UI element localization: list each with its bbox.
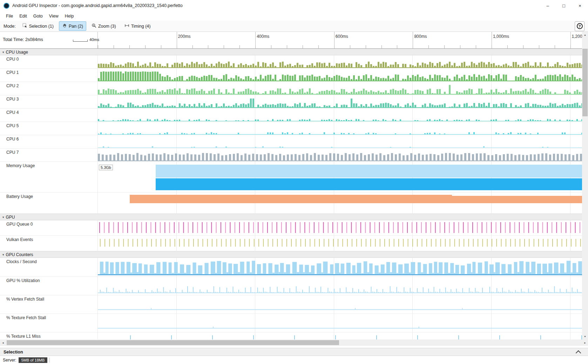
pan-hand-icon (62, 23, 67, 29)
track-chart-vulkan-events[interactable] (98, 236, 582, 251)
track-area-cpu-1[interactable] (98, 69, 582, 82)
track-chart-cpu-6[interactable] (98, 135, 582, 148)
track-row-memory-usage: Memory Usage5.3Gb (0, 162, 582, 193)
track-area-vertex-fetch-stall[interactable] (98, 295, 582, 314)
track-area-cpu-4[interactable] (98, 109, 582, 122)
track-area-texture-fetch-stall[interactable] (98, 314, 582, 332)
track-label: Vulkan Events (0, 236, 98, 251)
track-label: % Texture Fetch Stall (0, 314, 98, 332)
menu-edit[interactable]: Edit (16, 12, 30, 20)
menu-help[interactable]: Help (62, 12, 77, 20)
track-area-cpu-3[interactable] (98, 95, 582, 108)
track-label: Clocks / Second (0, 258, 98, 276)
section-header-cpu-usage[interactable]: ▾CPU Usage (0, 49, 582, 55)
track-chart-texture-fetch-stall[interactable] (98, 314, 582, 332)
collapse-chevron-icon[interactable] (576, 350, 581, 356)
track-area-memory-usage[interactable]: 5.3Gb (98, 162, 582, 192)
scroll-up-icon[interactable]: ▲ (582, 32, 588, 38)
track-area-battery-usage[interactable] (98, 193, 582, 213)
track-chart-gpu-utilization[interactable] (98, 277, 582, 295)
track-chart-cpu-2[interactable] (98, 82, 582, 95)
timing-mode-button[interactable]: Timing (4) (121, 21, 154, 31)
track-chart-battery-usage[interactable] (98, 193, 582, 213)
timing-range-icon (124, 23, 129, 29)
track-area-gpu-utilization[interactable] (98, 277, 582, 295)
maximize-button[interactable]: □ (556, 0, 572, 11)
track-row-vertex-fetch-stall: % Vertex Fetch Stall (0, 295, 582, 314)
ruler-ticks-area[interactable]: 200ms400ms600ms800ms1,000ms1,200ms (98, 32, 582, 48)
horizontal-scrollbar[interactable]: ◄ ► (0, 339, 588, 346)
track-label: GPU % Utilization (0, 277, 98, 295)
track-chart-clocks-second[interactable] (98, 258, 582, 276)
track-row-cpu-3: CPU 3 (0, 95, 582, 109)
track-row-cpu-6: CPU 6 (0, 135, 582, 149)
section-header-gpu[interactable]: ▾GPU (0, 214, 582, 220)
vertical-scrollbar-thumb[interactable] (582, 49, 588, 116)
status-divider (49, 358, 50, 363)
track-area-cpu-6[interactable] (98, 135, 582, 148)
track-area-cpu-5[interactable] (98, 122, 582, 135)
track-chart-cpu-7[interactable] (98, 149, 582, 162)
zoom-mode-label: Zoom (3) (98, 24, 116, 29)
track-label: GPU Queue 0 (0, 220, 98, 235)
scroll-right-icon[interactable]: ► (582, 339, 588, 346)
track-label: CPU 5 (0, 122, 98, 135)
scale-bracket-icon (73, 40, 88, 42)
timeline-ruler[interactable]: Total Time: 2s084ms 40ms 200ms400ms600ms… (0, 32, 582, 49)
zoom-magnifier-icon (92, 23, 96, 29)
menu-goto[interactable]: Goto (30, 12, 46, 20)
scroll-down-icon[interactable]: ▼ (582, 334, 588, 339)
status-bar: Server: 5MB of 18MB (0, 356, 588, 364)
selection-box-icon (22, 23, 27, 29)
track-chart-vertex-fetch-stall[interactable] (98, 295, 582, 314)
track-chart-memory-usage[interactable] (98, 162, 582, 192)
selection-mode-button[interactable]: Selection (1) (19, 21, 57, 31)
help-button[interactable]: ? (575, 21, 584, 31)
selection-panel-header[interactable]: Selection (0, 348, 588, 356)
track-label: Battery Usage (0, 193, 98, 213)
ruler-tick-label: 200ms (178, 34, 191, 39)
menu-bar: File Edit Goto View Help (0, 11, 588, 21)
section-label: GPU (6, 215, 15, 220)
track-label: CPU 7 (0, 149, 98, 162)
menu-view[interactable]: View (46, 12, 62, 20)
track-row-cpu-2: CPU 2 (0, 82, 582, 95)
track-chart-cpu-3[interactable] (98, 95, 582, 108)
track-area-cpu-2[interactable] (98, 82, 582, 95)
horizontal-scrollbar-thumb[interactable] (7, 340, 339, 345)
vertical-scrollbar[interactable]: ▲ ▼ (582, 32, 588, 339)
mode-label: Mode: (4, 24, 16, 29)
track-chart-cpu-0[interactable] (98, 55, 582, 68)
close-button[interactable]: × (572, 0, 588, 11)
track-chart-cpu-4[interactable] (98, 109, 582, 122)
help-icon: ? (577, 23, 583, 29)
track-row-texture-fetch-stall: % Texture Fetch Stall (0, 314, 582, 332)
zoom-mode-button[interactable]: Zoom (3) (88, 21, 119, 31)
section-header-gpu-counters[interactable]: ▾GPU Counters (0, 251, 582, 258)
track-row-cpu-4: CPU 4 (0, 109, 582, 122)
track-row-gpu-queue-0: GPU Queue 0 (0, 220, 582, 236)
track-area-cpu-0[interactable] (98, 55, 582, 68)
server-label: Server: (3, 358, 16, 363)
track-area-vulkan-events[interactable] (98, 236, 582, 251)
track-row-vulkan-events: Vulkan Events (0, 236, 582, 251)
track-area-texture-l1-miss[interactable] (98, 332, 582, 339)
app-window: Android GPU Inspector - com.google.andro… (0, 0, 588, 364)
section-label: CPU Usage (6, 50, 28, 55)
track-chart-cpu-1[interactable] (98, 69, 582, 82)
track-area-cpu-7[interactable] (98, 149, 582, 162)
track-chart-cpu-5[interactable] (98, 122, 582, 135)
track-row-cpu-5: CPU 5 (0, 122, 582, 135)
track-chart-texture-l1-miss[interactable] (98, 332, 582, 339)
ruler-tick-label: 800ms (414, 34, 427, 39)
track-area-clocks-second[interactable] (98, 258, 582, 276)
menu-file[interactable]: File (3, 12, 16, 20)
section-label: GPU Counters (6, 252, 33, 257)
track-chart-gpu-queue-0[interactable] (98, 220, 582, 235)
pan-mode-label: Pan (2) (69, 24, 83, 29)
minimize-button[interactable]: – (540, 0, 556, 11)
track-area-gpu-queue-0[interactable] (98, 220, 582, 235)
collapse-arrow-icon: ▾ (2, 215, 4, 219)
scroll-left-icon[interactable]: ◄ (0, 339, 6, 346)
pan-mode-button[interactable]: Pan (2) (59, 21, 86, 31)
